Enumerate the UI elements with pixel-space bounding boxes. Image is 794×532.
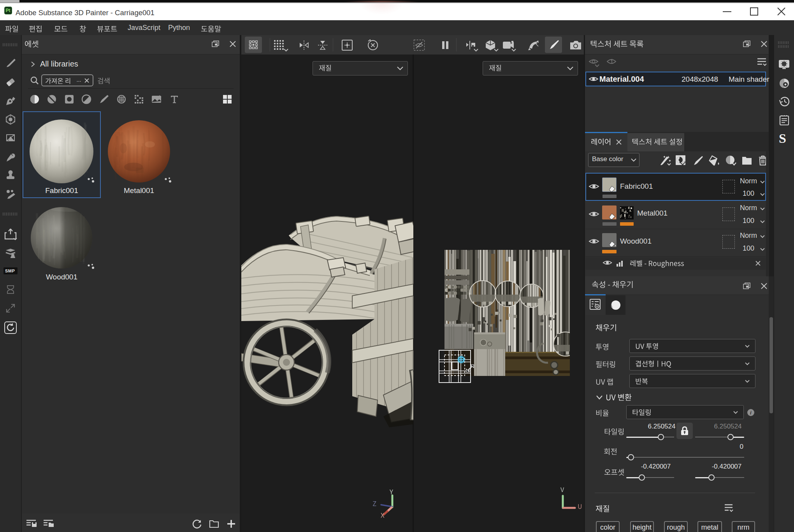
svg-text:i: i bbox=[750, 410, 752, 416]
